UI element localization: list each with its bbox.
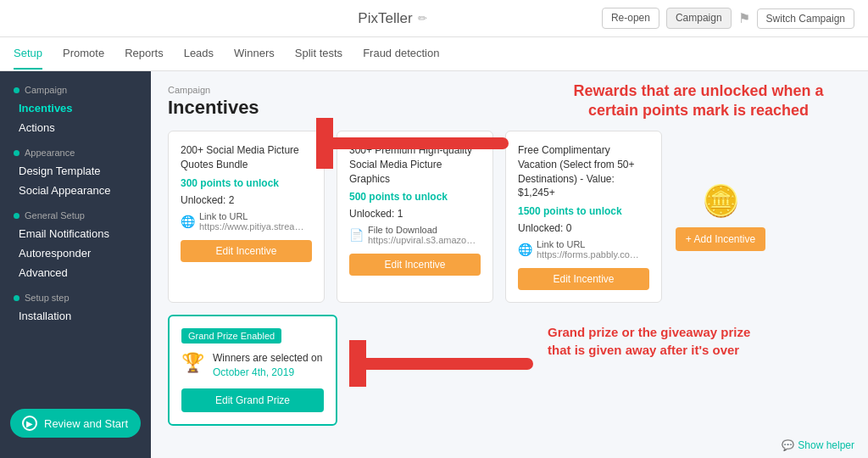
card-1-link-url: https://www.pitiya.stream... bbox=[199, 221, 309, 232]
grand-prize-badge: Grand Prize Enabled bbox=[181, 328, 281, 344]
sidebar-bottom: ▶ Review and Start bbox=[0, 409, 151, 448]
sidebar-nav: Campaign Incentives Actions Appearance D… bbox=[0, 81, 151, 332]
nav-item-winners[interactable]: Winners bbox=[234, 38, 275, 70]
coins-icon: 🪙 bbox=[702, 183, 740, 219]
helper-icon: 💬 bbox=[782, 439, 794, 451]
sidebar-campaign-text: Campaign bbox=[25, 85, 67, 95]
nav-item-reports[interactable]: Reports bbox=[125, 38, 164, 70]
card-1-points: 300 points to unlock bbox=[181, 177, 312, 189]
show-helper[interactable]: 💬 Show helper bbox=[782, 439, 854, 451]
sidebar-item-social-appearance[interactable]: Social Appearance bbox=[0, 181, 151, 200]
card-3-points: 1500 points to unlock bbox=[518, 205, 649, 217]
sidebar-setup-step-text: Setup step bbox=[25, 293, 70, 303]
add-incentive-area: 🪙 + Add Incentive bbox=[674, 131, 767, 303]
sidebar-general-label: General Setup bbox=[0, 207, 151, 224]
card-2-link-row: 📄 File to Download https://upviral.s3.am… bbox=[349, 225, 481, 245]
sidebar-general-text: General Setup bbox=[25, 210, 85, 221]
nav-item-fraud-detection[interactable]: Fraud detection bbox=[363, 38, 439, 70]
edit-title-icon[interactable]: ✏ bbox=[418, 12, 427, 25]
app-title-area: PixTeller ✏ bbox=[358, 10, 426, 27]
main-layout: Campaign Incentives Actions Appearance D… bbox=[0, 71, 868, 458]
card-2-title: 300+ Premium High-quality Social Media P… bbox=[349, 143, 481, 186]
nav-bar: Setup Promote Reports Leads Winners Spli… bbox=[0, 37, 868, 71]
card-3-title: Free Complimentary Vacation (Select from… bbox=[518, 143, 649, 200]
trophy-icon: 🏆 bbox=[181, 352, 204, 374]
add-incentive-button[interactable]: + Add Incentive bbox=[676, 227, 765, 251]
card-3-link-label: Link to URL bbox=[537, 239, 647, 249]
campaign-button[interactable]: Campaign bbox=[666, 8, 732, 30]
show-helper-label: Show helper bbox=[798, 439, 854, 451]
annotation-rewards: Rewards that are unlocked when a certain… bbox=[563, 81, 834, 121]
edit-incentive-1-button[interactable]: Edit Incentive bbox=[181, 240, 312, 262]
sidebar-item-incentives[interactable]: Incentives bbox=[0, 98, 151, 118]
sidebar-item-email-notifications[interactable]: Email Notifications bbox=[0, 224, 151, 243]
edit-grand-prize-button[interactable]: Edit Grand Prize bbox=[181, 388, 324, 412]
sidebar-item-autoresponder[interactable]: Autoresponder bbox=[0, 243, 151, 263]
content-area: Campaign Incentives Rewards that are unl… bbox=[151, 71, 868, 458]
card-1-link-icon: 🌐 bbox=[181, 215, 195, 228]
sidebar-section-campaign: Campaign Incentives Actions bbox=[0, 81, 151, 137]
review-start-label: Review and Start bbox=[44, 417, 128, 430]
sidebar-item-installation[interactable]: Installation bbox=[0, 306, 151, 326]
card-3-unlocked: Unlocked: 0 bbox=[518, 222, 649, 234]
sidebar-section-appearance: Appearance Design Template Social Appear… bbox=[0, 144, 151, 200]
edit-incentive-2-button[interactable]: Edit Incentive bbox=[349, 254, 481, 276]
sidebar-appearance-text: Appearance bbox=[25, 148, 75, 158]
flag-icon[interactable]: ⚑ bbox=[738, 10, 750, 26]
review-circle-icon: ▶ bbox=[22, 416, 37, 431]
incentive-card-2: 300+ Premium High-quality Social Media P… bbox=[337, 131, 493, 303]
nav-item-promote[interactable]: Promote bbox=[63, 38, 104, 70]
card-1-link-label: Link to URL bbox=[199, 211, 309, 221]
sidebar-item-advanced[interactable]: Advanced bbox=[0, 263, 151, 282]
sidebar-section-general-setup: General Setup Email Notifications Autore… bbox=[0, 207, 151, 282]
card-1-unlocked: Unlocked: 2 bbox=[181, 194, 312, 206]
top-bar-actions: Re-open Campaign ⚑ Switch Campaign bbox=[602, 8, 854, 30]
grand-prize-row: Grand Prize Enabled 🏆 Winners are select… bbox=[168, 315, 851, 426]
sidebar: Campaign Incentives Actions Appearance D… bbox=[0, 71, 151, 458]
card-2-link-label: File to Download bbox=[368, 225, 478, 235]
grand-prize-content: 🏆 Winners are selected on October 4th, 2… bbox=[181, 350, 324, 378]
card-3-link-row: 🌐 Link to URL https://forms.pabbly.com/.… bbox=[518, 239, 649, 260]
nav-item-setup[interactable]: Setup bbox=[14, 38, 42, 70]
sidebar-campaign-label: Campaign bbox=[0, 81, 151, 98]
incentive-cards-row: 200+ Social Media Picture Quotes Bundle … bbox=[168, 131, 851, 303]
card-2-points: 500 points to unlock bbox=[349, 191, 481, 203]
switch-campaign-button[interactable]: Switch Campaign bbox=[757, 8, 854, 29]
card-3-link-icon: 🌐 bbox=[518, 243, 532, 256]
general-dot bbox=[14, 213, 19, 219]
incentive-card-1: 200+ Social Media Picture Quotes Bundle … bbox=[168, 131, 325, 303]
appearance-dot bbox=[14, 150, 19, 156]
card-2-unlocked: Unlocked: 1 bbox=[349, 208, 481, 220]
sidebar-setup-step-label: Setup step bbox=[0, 289, 151, 306]
card-2-link-icon: 📄 bbox=[349, 228, 364, 242]
red-arrow-grand-svg bbox=[349, 340, 536, 387]
top-bar: PixTeller ✏ Re-open Campaign ⚑ Switch Ca… bbox=[0, 0, 868, 37]
sidebar-appearance-label: Appearance bbox=[0, 144, 151, 161]
nav-item-leads[interactable]: Leads bbox=[184, 38, 214, 70]
card-3-link-url: https://forms.pabbly.com/... bbox=[537, 249, 647, 260]
review-start-button[interactable]: ▶ Review and Start bbox=[10, 409, 141, 438]
card-1-title: 200+ Social Media Picture Quotes Bundle bbox=[181, 143, 312, 172]
reopen-button[interactable]: Re-open bbox=[602, 8, 659, 30]
app-title: PixTeller bbox=[358, 10, 412, 27]
grand-prize-text: Winners are selected on October 4th, 201… bbox=[213, 350, 322, 378]
annotation-grand: Grand prize or the giveaway prize that i… bbox=[548, 323, 751, 359]
setup-step-dot bbox=[14, 295, 19, 301]
red-arrow-grand-container bbox=[349, 340, 536, 389]
grand-prize-text1: Winners are selected on bbox=[213, 352, 322, 364]
grand-prize-card: Grand Prize Enabled 🏆 Winners are select… bbox=[168, 315, 337, 426]
incentive-card-3: Free Complimentary Vacation (Select from… bbox=[505, 131, 662, 303]
card-2-link-url: https://upviral.s3.amazon... bbox=[368, 235, 478, 245]
campaign-dot bbox=[14, 87, 19, 93]
sidebar-item-actions[interactable]: Actions bbox=[0, 118, 151, 137]
sidebar-item-design-template[interactable]: Design Template bbox=[0, 161, 151, 181]
card-1-link-row: 🌐 Link to URL https://www.pitiya.stream.… bbox=[181, 211, 312, 232]
grand-prize-date: October 4th, 2019 bbox=[213, 366, 294, 378]
edit-incentive-3-button[interactable]: Edit Incentive bbox=[518, 268, 649, 290]
sidebar-section-setup-step: Setup step Installation bbox=[0, 289, 151, 326]
nav-item-split-tests[interactable]: Split tests bbox=[295, 38, 342, 70]
